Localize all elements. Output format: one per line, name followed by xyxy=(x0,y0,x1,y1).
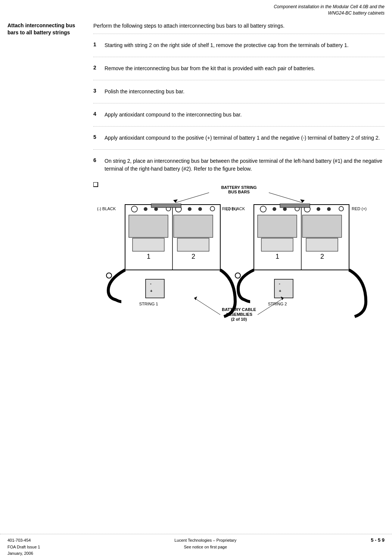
divider-5 xyxy=(93,149,385,150)
footer-page-number: 5 - 5 9 xyxy=(371,537,385,543)
figure-svg: BATTERY STRING BUS BARS xyxy=(93,182,385,339)
svg-text:+: + xyxy=(150,289,152,293)
svg-text:(2 of 10): (2 of 10) xyxy=(231,317,247,321)
step-1-number: 1 xyxy=(93,41,105,49)
step-3-number: 3 xyxy=(93,88,105,96)
divider-0 xyxy=(93,34,385,34)
svg-rect-13 xyxy=(129,215,168,237)
step-3-text: Polish the interconnecting bus bar. xyxy=(105,88,385,96)
svg-rect-39 xyxy=(261,238,293,251)
svg-point-43 xyxy=(327,207,331,211)
step-2-number: 2 xyxy=(93,65,105,72)
footer-notice: See notice on first page xyxy=(174,544,236,551)
svg-line-61 xyxy=(258,298,284,315)
svg-text:2: 2 xyxy=(320,253,324,260)
svg-rect-21 xyxy=(174,215,213,237)
svg-text:STRING 1: STRING 1 xyxy=(139,302,158,306)
svg-text:1: 1 xyxy=(147,253,150,260)
svg-point-27 xyxy=(106,273,112,278)
svg-rect-46 xyxy=(306,238,338,251)
footer-company: Lucent Technologies – Proprietary xyxy=(174,537,236,544)
step-1-text: Starting with string 2 on the right side… xyxy=(105,41,385,49)
header-line2: WNG24-BC battery cabinets xyxy=(7,10,385,16)
content-area: Attach interconnecting bus bars to all b… xyxy=(0,18,392,343)
header-line1: Component installation in the Modular Ce… xyxy=(7,4,385,10)
svg-text:1: 1 xyxy=(276,253,279,260)
intro-text: Perform the following steps to attach in… xyxy=(93,22,385,30)
svg-rect-22 xyxy=(177,238,209,251)
svg-text:ASSEMBLIES: ASSEMBLIES xyxy=(225,312,252,317)
step-4-text: Apply antioxidant compound to the interc… xyxy=(105,111,385,119)
svg-rect-28 xyxy=(146,279,164,298)
step-4-number: 4 xyxy=(93,111,105,119)
svg-text:-: - xyxy=(279,281,280,286)
page-header: Component installation in the Modular Ce… xyxy=(0,0,392,18)
section-title: Attach interconnecting bus bars to all b… xyxy=(7,22,82,37)
svg-point-42 xyxy=(317,207,320,211)
step-5-number: 5 xyxy=(93,134,105,142)
step-1: 1 Starting with string 2 on the right si… xyxy=(93,38,385,53)
svg-text:BATTERY STRING: BATTERY STRING xyxy=(221,185,256,190)
step-2-text: Remove the interconnecting bus bar from … xyxy=(105,65,385,72)
svg-text:(-) BLACK: (-) BLACK xyxy=(97,206,116,211)
svg-text:+: + xyxy=(279,289,281,293)
divider-4 xyxy=(93,126,385,127)
svg-text:BUS BARS: BUS BARS xyxy=(228,190,249,194)
svg-line-4 xyxy=(269,193,302,203)
svg-line-2 xyxy=(175,193,209,203)
svg-point-35 xyxy=(273,207,276,211)
right-column: Perform the following steps to attach in… xyxy=(90,22,385,339)
svg-rect-38 xyxy=(258,215,297,237)
svg-text:2: 2 xyxy=(192,253,195,260)
step-3: 3 Polish the interconnecting bus bar. xyxy=(93,84,385,99)
left-column: Attach interconnecting bus bars to all b… xyxy=(7,22,90,339)
footer-doc-number: 401-703-454 xyxy=(7,537,40,544)
svg-rect-11 xyxy=(93,182,98,187)
svg-rect-52 xyxy=(274,279,293,298)
svg-point-9 xyxy=(144,207,147,211)
svg-text:-: - xyxy=(150,281,152,286)
step-2: 2 Remove the interconnecting bus bar fro… xyxy=(93,61,385,76)
step-5: 5 Apply antioxidant compound to the posi… xyxy=(93,130,385,146)
svg-rect-48 xyxy=(280,204,310,208)
step-5-text: Apply antioxidant compound to the positi… xyxy=(105,134,385,142)
svg-text:STRING 2: STRING 2 xyxy=(268,302,287,306)
step-6-text: On string 2, place an interconnecting bu… xyxy=(105,157,385,173)
step-6: 6 On string 2, place an interconnecting … xyxy=(93,153,385,177)
divider-3 xyxy=(93,103,385,103)
divider-1 xyxy=(93,57,385,57)
svg-rect-14 xyxy=(133,238,164,251)
step-4: 4 Apply antioxidant compound to the inte… xyxy=(93,107,385,122)
divider-2 xyxy=(93,80,385,80)
page-footer: 401-703-454 FOA Draft Issue 1 January, 2… xyxy=(0,534,392,560)
footer-issue: FOA Draft Issue 1 xyxy=(7,544,40,551)
svg-text:RED (+): RED (+) xyxy=(352,206,367,211)
svg-rect-45 xyxy=(302,215,342,237)
footer-center: Lucent Technologies – Proprietary See no… xyxy=(174,537,236,550)
figure-area: BATTERY STRING BUS BARS xyxy=(93,182,385,339)
svg-point-51 xyxy=(235,273,240,278)
svg-text:BATTERY CABLE: BATTERY CABLE xyxy=(222,307,256,312)
svg-point-18 xyxy=(198,207,202,211)
svg-rect-24 xyxy=(151,204,181,208)
svg-text:(-) BLACK: (-) BLACK xyxy=(226,206,245,211)
step-6-number: 6 xyxy=(93,157,105,173)
svg-rect-19 xyxy=(93,182,98,187)
svg-point-17 xyxy=(188,207,192,211)
footer-date: January, 2006 xyxy=(7,550,40,557)
footer-left: 401-703-454 FOA Draft Issue 1 January, 2… xyxy=(7,537,40,557)
svg-line-59 xyxy=(194,298,220,315)
